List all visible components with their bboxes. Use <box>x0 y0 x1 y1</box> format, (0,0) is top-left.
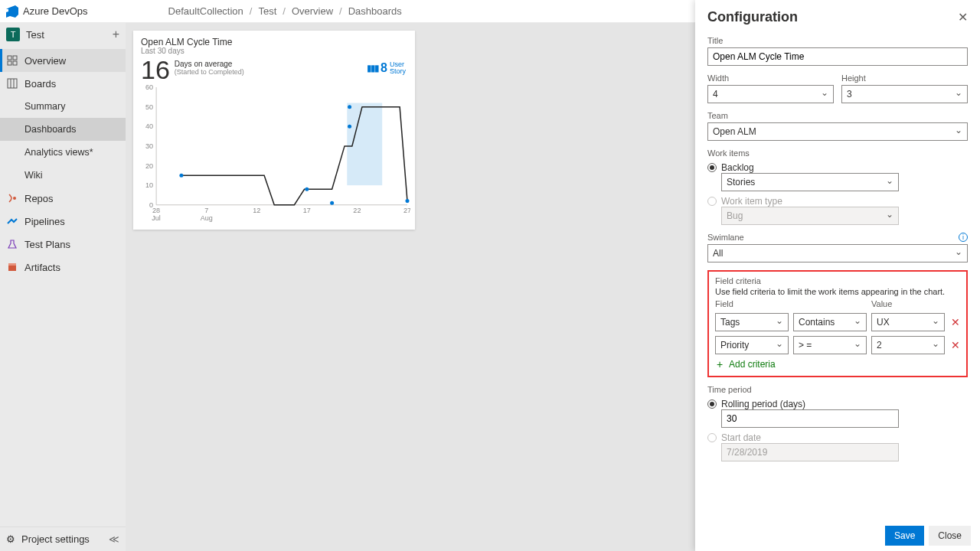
nav-summary[interactable]: Summary <box>0 95 126 118</box>
breadcrumb: DefaultCollection/ Test/ Overview/ Dashb… <box>168 5 402 17</box>
svg-text:60: 60 <box>145 84 153 91</box>
overview-icon <box>6 54 18 67</box>
widget-subtitle: Last 30 days <box>141 47 407 55</box>
svg-text:7: 7 <box>204 207 208 214</box>
criteria-remove-0[interactable]: ✕ <box>949 316 962 328</box>
width-select[interactable]: 4 <box>707 85 834 103</box>
height-select[interactable]: 3 <box>841 85 968 103</box>
width-label: Width <box>707 73 834 83</box>
svg-text:12: 12 <box>253 207 260 214</box>
svg-text:17: 17 <box>303 207 311 214</box>
svg-point-31 <box>348 105 351 109</box>
svg-point-29 <box>305 187 309 191</box>
rolling-input[interactable] <box>721 409 899 428</box>
crumb-project[interactable]: Test <box>258 5 276 17</box>
boards-icon <box>6 77 18 90</box>
project-tile: T <box>6 28 20 41</box>
widget-title: Open ALM Cycle Time <box>141 37 407 47</box>
nav-pipelines[interactable]: Pipelines <box>0 210 126 233</box>
configuration-panel: Configuration ✕ Title Width 4 Height 3 T… <box>695 0 980 551</box>
startdate-input <box>721 443 899 461</box>
badge-count: 8 <box>381 61 387 75</box>
nav-testplans[interactable]: Test Plans <box>0 233 126 256</box>
backlog-radio[interactable]: Backlog <box>707 162 968 173</box>
nav-overview[interactable]: Overview <box>0 49 126 72</box>
plus-icon: + <box>715 360 724 369</box>
svg-rect-0 <box>8 56 11 60</box>
startdate-radio[interactable]: Start date <box>707 432 968 443</box>
svg-text:Aug: Aug <box>201 214 213 222</box>
team-label: Team <box>707 111 968 120</box>
svg-point-32 <box>348 125 351 129</box>
swimlane-label: Swimlanei <box>707 233 968 242</box>
svg-rect-1 <box>13 56 17 60</box>
svg-text:Jul: Jul <box>152 214 161 222</box>
svg-text:28: 28 <box>152 207 160 214</box>
save-button[interactable]: Save <box>885 526 924 546</box>
bar-icon: ▮▮▮ <box>367 63 378 73</box>
criteria-value-1[interactable]: 2 <box>871 336 945 354</box>
title-label: Title <box>707 36 968 45</box>
nav-repos[interactable]: Repos <box>0 187 126 210</box>
workitemtype-radio[interactable]: Work item type <box>707 196 968 207</box>
repos-icon <box>6 192 18 204</box>
nav-artifacts[interactable]: Artifacts <box>0 256 126 279</box>
svg-text:50: 50 <box>145 103 153 111</box>
panel-title: Configuration <box>707 9 798 25</box>
sidebar: T Test + Overview Boards Summary Dashboa… <box>0 23 126 551</box>
gear-icon: ⚙ <box>6 533 15 545</box>
crumb-section[interactable]: Overview <box>292 5 333 17</box>
collapse-sidebar-icon[interactable]: ≪ <box>109 533 119 545</box>
backlog-select[interactable]: Stories <box>721 173 899 191</box>
nav-analytics[interactable]: Analytics views* <box>0 141 126 164</box>
svg-point-28 <box>179 174 183 178</box>
avg-label-2: (Started to Completed) <box>175 68 244 76</box>
artifacts-icon <box>6 261 18 273</box>
field-criteria-label: Field criteria <box>715 276 960 285</box>
svg-text:27: 27 <box>403 207 410 214</box>
svg-text:22: 22 <box>353 207 361 214</box>
info-icon[interactable]: i <box>959 233 968 242</box>
nav-wiki[interactable]: Wiki <box>0 164 126 187</box>
title-input[interactable] <box>707 47 968 66</box>
user-story-badge: ▮▮▮ 8 UserStory <box>367 61 406 75</box>
nav-boards[interactable]: Boards <box>0 72 126 95</box>
project-name: Test <box>26 29 44 41</box>
svg-text:10: 10 <box>145 181 153 189</box>
crumb-page[interactable]: Dashboards <box>348 5 402 17</box>
timeperiod-label: Time period <box>707 385 968 394</box>
new-item-icon[interactable]: + <box>113 28 119 41</box>
workitemtype-select: Bug <box>721 207 899 225</box>
close-button[interactable]: Close <box>929 526 971 546</box>
criteria-field-0[interactable]: Tags <box>715 313 789 331</box>
cycle-time-widget[interactable]: Open ALM Cycle Time Last 30 days 16 Days… <box>133 31 415 230</box>
svg-point-7 <box>13 197 16 200</box>
height-label: Height <box>841 73 968 83</box>
criteria-value-0[interactable]: UX <box>871 313 945 331</box>
field-criteria-box: Field criteria Use field criteria to lim… <box>707 270 968 377</box>
project-row[interactable]: T Test + <box>0 23 126 46</box>
swimlane-select[interactable]: All <box>707 244 968 262</box>
close-icon[interactable]: ✕ <box>958 10 968 24</box>
team-select[interactable]: Open ALM <box>707 122 968 141</box>
cycle-time-chart: 010203040506028Jul7Aug12172227 <box>141 84 410 223</box>
svg-text:40: 40 <box>145 122 153 130</box>
criteria-op-1[interactable]: > = <box>793 336 867 354</box>
add-criteria-button[interactable]: + Add criteria <box>715 359 960 370</box>
brand-name: Azure DevOps <box>23 5 88 17</box>
avg-label-1: Days on average <box>175 60 244 68</box>
svg-text:30: 30 <box>145 142 153 150</box>
rolling-radio[interactable]: Rolling period (days) <box>707 399 968 409</box>
criteria-op-0[interactable]: Contains <box>793 313 867 331</box>
criteria-remove-1[interactable]: ✕ <box>949 339 962 351</box>
workitems-label: Work items <box>707 148 968 158</box>
criteria-field-1[interactable]: Priority <box>715 336 789 354</box>
svg-point-30 <box>330 201 334 205</box>
project-settings[interactable]: ⚙ Project settings ≪ <box>0 527 126 551</box>
svg-rect-4 <box>8 79 17 88</box>
svg-rect-3 <box>13 61 17 65</box>
crumb-collection[interactable]: DefaultCollection <box>168 5 243 17</box>
nav-dashboards[interactable]: Dashboards <box>0 118 126 141</box>
svg-rect-9 <box>8 263 16 266</box>
big-number: 16 <box>141 57 170 83</box>
